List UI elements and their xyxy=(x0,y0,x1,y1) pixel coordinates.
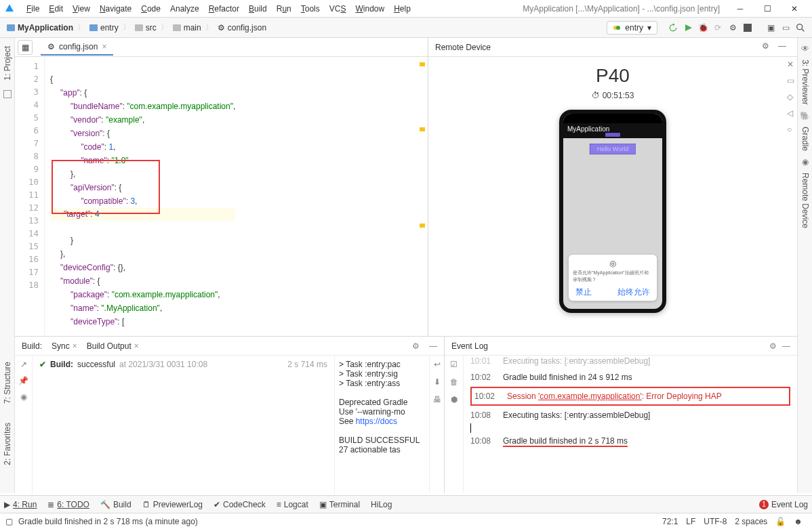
tw-logcat[interactable]: ≡ Logcat xyxy=(277,500,308,509)
menu-refactor[interactable]: Refactor xyxy=(204,4,244,14)
lock-icon[interactable]: 🔓 xyxy=(771,517,790,526)
run-icon[interactable] xyxy=(681,20,695,35)
stop-icon[interactable] xyxy=(740,20,755,35)
sidebar-item-previewer[interactable]: 3: Previewer xyxy=(800,56,810,109)
home-icon[interactable]: ○ xyxy=(787,125,794,134)
menu-window[interactable]: Window xyxy=(350,4,389,14)
sidebar-item-favorites[interactable]: 2: Favorites xyxy=(3,420,12,468)
build-output[interactable]: > Task :entry:pac > Task :entry:sig > Ta… xyxy=(334,356,429,493)
minimize-button[interactable]: ─ xyxy=(727,1,754,17)
docs-link[interactable]: https://docs xyxy=(356,417,397,426)
build-tab-sync[interactable]: Sync × xyxy=(52,341,77,351)
menu-vcs[interactable]: VCS xyxy=(325,4,351,14)
menu-help[interactable]: Help xyxy=(389,4,415,14)
coverage-icon[interactable]: ⟳ xyxy=(710,20,725,35)
gear-icon[interactable]: ⚙ xyxy=(769,341,777,351)
sdk-icon[interactable]: ▭ xyxy=(778,20,793,35)
menu-navigate[interactable]: Navigate xyxy=(95,4,136,14)
crumb-main[interactable]: main xyxy=(170,23,204,33)
tab-close-icon[interactable]: × xyxy=(102,42,106,51)
menu-build[interactable]: Build xyxy=(244,4,272,14)
tw-eventlog[interactable]: 1 Event Log xyxy=(759,500,808,509)
build-tab-label: Build: xyxy=(22,341,42,351)
back-icon[interactable]: ◁ xyxy=(787,108,794,118)
arrow-icon[interactable]: ↗ xyxy=(20,360,27,369)
hide-icon[interactable]: — xyxy=(782,341,790,351)
crumb-file[interactable]: ⚙config.json xyxy=(215,23,269,33)
search-icon[interactable] xyxy=(793,20,808,35)
menu-run[interactable]: Run xyxy=(272,4,296,14)
menu-edit[interactable]: Edit xyxy=(44,4,68,14)
menu-analyze[interactable]: Analyze xyxy=(165,4,204,14)
event-row: 10:08Executing tasks: [:entry:assembleDe… xyxy=(468,407,793,423)
tw-todo[interactable]: ≣ 6: TODO xyxy=(47,500,89,509)
close-button[interactable]: ✕ xyxy=(781,1,808,17)
eye-icon[interactable]: 👁 xyxy=(801,44,809,54)
clear-icon[interactable]: ◇ xyxy=(787,92,794,102)
encoding[interactable]: UTF-8 xyxy=(699,517,731,526)
wrap-icon[interactable]: ↩ xyxy=(434,360,441,369)
project-toggle-icon[interactable]: ▦ xyxy=(18,40,33,55)
event-log-list[interactable]: 10:01Executing tasks: [:entry:assembleDe… xyxy=(464,356,797,493)
tw-codecheck[interactable]: ✔ CodeCheck xyxy=(214,500,266,509)
crumb-root[interactable]: MyApplication xyxy=(4,23,76,33)
crumb-entry[interactable]: entry xyxy=(87,23,121,33)
remote-icon[interactable]: ◉ xyxy=(802,157,809,167)
cursor-line xyxy=(470,423,793,433)
maximize-button[interactable]: ☐ xyxy=(754,1,781,17)
indent[interactable]: 2 spaces xyxy=(731,517,771,526)
hide-icon[interactable]: — xyxy=(778,41,790,54)
event-count-badge: 1 xyxy=(759,500,769,509)
dialog-allow[interactable]: 始终允许 xyxy=(617,287,650,298)
session-link[interactable]: 'com.example.myapplication' xyxy=(538,392,642,401)
gear-icon[interactable]: ⚙ xyxy=(762,41,774,54)
tw-previewerlog[interactable]: 🗒 PreviewerLog xyxy=(142,500,203,509)
rotate-icon[interactable]: ▭ xyxy=(787,76,794,85)
close-icon[interactable]: ✕ xyxy=(787,60,794,69)
project-view-icon[interactable] xyxy=(3,90,12,98)
menu-code[interactable]: Code xyxy=(136,4,165,14)
gear-icon[interactable]: ⚙ xyxy=(412,341,420,351)
caret-down-icon: ▾ xyxy=(647,23,651,33)
settings-icon[interactable]: ☑ xyxy=(450,360,458,369)
phone-screen[interactable]: MyApplication Hello World ◎ 是否允许"MyAppli… xyxy=(563,114,662,309)
cursor-pos[interactable]: 72:1 xyxy=(658,517,682,526)
profiler-icon[interactable]: ⚙ xyxy=(725,20,740,35)
tw-build[interactable]: 🔨 Build xyxy=(100,500,131,509)
pin-icon[interactable]: 📌 xyxy=(18,376,28,385)
dialog-deny[interactable]: 禁止 xyxy=(575,287,592,298)
debug-icon[interactable]: 🐞 xyxy=(695,20,710,35)
gear-icon[interactable]: ⬢ xyxy=(451,395,458,404)
build-tab-output[interactable]: Build Output × xyxy=(87,341,139,351)
trash-icon[interactable]: 🗑 xyxy=(450,377,458,387)
line-ending[interactable]: LF xyxy=(682,517,699,526)
close-icon[interactable]: × xyxy=(73,341,77,351)
scroll-icon[interactable]: ⬇ xyxy=(434,377,441,387)
build-icon[interactable] xyxy=(666,20,681,35)
inspect-icon[interactable]: ☻ xyxy=(790,517,807,526)
tw-hilog[interactable]: HiLog xyxy=(371,500,392,509)
print-icon[interactable]: 🖶 xyxy=(433,395,441,404)
menu-tools[interactable]: Tools xyxy=(296,4,325,14)
sidebar-item-remote[interactable]: Remote Device xyxy=(800,169,810,232)
run-config-selector[interactable]: entry ▾ xyxy=(607,21,657,35)
sidebar-item-gradle[interactable]: Gradle xyxy=(800,123,810,155)
menu-file[interactable]: File xyxy=(22,4,44,14)
sidebar-item-structure[interactable]: 7: Structure xyxy=(3,359,12,406)
tab-config-json[interactable]: ⚙ config.json × xyxy=(41,39,113,56)
avd-icon[interactable]: ▣ xyxy=(763,20,778,35)
sidebar-item-project[interactable]: 1: Project xyxy=(3,42,12,85)
tw-terminal[interactable]: ▣ Terminal xyxy=(319,500,360,509)
menu-view[interactable]: View xyxy=(68,4,95,14)
window-title: MyApplication [...\MyApplication] - ...\… xyxy=(523,4,720,14)
filter-icon[interactable]: ◉ xyxy=(20,392,27,402)
close-icon[interactable]: × xyxy=(134,341,139,351)
toggle-tw-icon[interactable]: ▢ xyxy=(5,517,13,526)
crumb-src[interactable]: src xyxy=(132,23,159,33)
gradle-icon[interactable]: 🐘 xyxy=(800,111,810,121)
hide-icon[interactable]: — xyxy=(429,341,437,351)
tw-run[interactable]: ▶ 4: Run xyxy=(4,500,37,509)
device-panel-title: Remote Device xyxy=(435,43,491,52)
build-tree[interactable]: ✔ Build: successful at 2021/3/31 0031 10… xyxy=(33,356,334,493)
build-status-label: Build: xyxy=(50,360,73,369)
